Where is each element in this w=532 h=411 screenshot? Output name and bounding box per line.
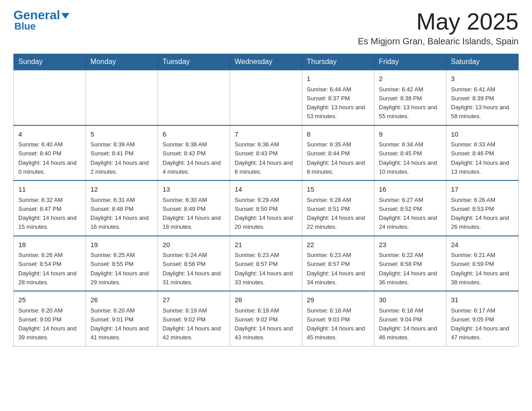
day-info: Sunrise: 6:38 AMSunset: 8:42 PMDaylight:… (163, 141, 221, 175)
logo-triangle-icon (61, 13, 69, 19)
table-row: 3Sunrise: 6:41 AMSunset: 8:39 PMDaylight… (446, 70, 519, 125)
table-row: 20Sunrise: 6:24 AMSunset: 8:56 PMDayligh… (158, 236, 230, 291)
day-number: 19 (90, 240, 153, 250)
day-info: Sunrise: 6:29 AMSunset: 8:50 PMDaylight:… (235, 197, 293, 231)
day-number: 8 (307, 129, 369, 140)
table-row: 5Sunrise: 6:39 AMSunset: 8:41 PMDaylight… (86, 125, 158, 181)
month-year-title: May 2025 (358, 9, 519, 34)
day-info: Sunrise: 6:28 AMSunset: 8:51 PMDaylight:… (307, 197, 365, 231)
table-row (86, 70, 158, 125)
day-info: Sunrise: 6:40 AMSunset: 8:40 PMDaylight:… (18, 141, 77, 175)
day-info: Sunrise: 6:20 AMSunset: 9:01 PMDaylight:… (90, 307, 149, 341)
day-number: 22 (307, 240, 369, 250)
day-number: 10 (451, 129, 514, 140)
header-tuesday: Tuesday (158, 54, 230, 70)
day-info: Sunrise: 6:22 AMSunset: 8:58 PMDaylight:… (379, 252, 437, 286)
table-row: 26Sunrise: 6:20 AMSunset: 9:01 PMDayligh… (86, 291, 158, 346)
day-number: 6 (163, 129, 225, 140)
table-row: 15Sunrise: 6:28 AMSunset: 8:51 PMDayligh… (302, 180, 374, 236)
table-row: 17Sunrise: 6:26 AMSunset: 8:53 PMDayligh… (446, 180, 519, 236)
day-number: 7 (235, 129, 297, 140)
day-number: 18 (18, 240, 81, 250)
header-sunday: Sunday (14, 54, 86, 70)
table-row (158, 70, 230, 125)
logo-general: General (13, 8, 60, 22)
day-info: Sunrise: 6:36 AMSunset: 8:43 PMDaylight:… (235, 141, 293, 175)
day-number: 3 (451, 74, 514, 84)
day-number: 27 (163, 295, 225, 305)
day-number: 29 (307, 295, 369, 305)
day-number: 30 (379, 295, 442, 305)
day-info: Sunrise: 6:24 AMSunset: 8:56 PMDaylight:… (163, 252, 221, 286)
header-saturday: Saturday (446, 54, 519, 70)
table-row: 23Sunrise: 6:22 AMSunset: 8:58 PMDayligh… (374, 236, 446, 291)
day-number: 12 (90, 184, 153, 195)
day-number: 28 (235, 295, 297, 305)
table-row: 27Sunrise: 6:19 AMSunset: 9:02 PMDayligh… (158, 291, 230, 346)
day-number: 1 (307, 74, 369, 84)
calendar-week-row: 1Sunrise: 6:44 AMSunset: 8:37 PMDaylight… (14, 70, 519, 125)
table-row (230, 70, 302, 125)
table-row: 18Sunrise: 6:26 AMSunset: 8:54 PMDayligh… (14, 236, 86, 291)
day-info: Sunrise: 6:18 AMSunset: 9:04 PMDaylight:… (379, 307, 437, 341)
day-info: Sunrise: 6:23 AMSunset: 8:57 PMDaylight:… (307, 252, 365, 286)
table-row: 8Sunrise: 6:35 AMSunset: 8:44 PMDaylight… (302, 125, 374, 181)
table-row: 13Sunrise: 6:30 AMSunset: 8:49 PMDayligh… (158, 180, 230, 236)
day-info: Sunrise: 6:32 AMSunset: 8:47 PMDaylight:… (18, 197, 77, 231)
table-row: 24Sunrise: 6:21 AMSunset: 8:59 PMDayligh… (446, 236, 519, 291)
day-number: 16 (379, 184, 442, 195)
day-info: Sunrise: 6:17 AMSunset: 9:05 PMDaylight:… (451, 307, 509, 341)
day-info: Sunrise: 6:26 AMSunset: 8:53 PMDaylight:… (451, 197, 509, 231)
header-monday: Monday (86, 54, 158, 70)
page-header: General Blue May 2025 Es Migjorn Gran, B… (13, 9, 519, 47)
day-info: Sunrise: 6:19 AMSunset: 9:02 PMDaylight:… (235, 307, 293, 341)
table-row: 21Sunrise: 6:23 AMSunset: 8:57 PMDayligh… (230, 236, 302, 291)
table-row: 16Sunrise: 6:27 AMSunset: 8:52 PMDayligh… (374, 180, 446, 236)
day-number: 23 (379, 240, 442, 250)
day-info: Sunrise: 6:39 AMSunset: 8:41 PMDaylight:… (90, 141, 149, 175)
day-number: 31 (451, 295, 514, 305)
table-row: 28Sunrise: 6:19 AMSunset: 9:02 PMDayligh… (230, 291, 302, 346)
day-info: Sunrise: 6:35 AMSunset: 8:44 PMDaylight:… (307, 141, 365, 175)
table-row: 31Sunrise: 6:17 AMSunset: 9:05 PMDayligh… (446, 291, 519, 346)
table-row: 6Sunrise: 6:38 AMSunset: 8:42 PMDaylight… (158, 125, 230, 181)
table-row (14, 70, 86, 125)
day-info: Sunrise: 6:18 AMSunset: 9:03 PMDaylight:… (307, 307, 365, 341)
day-number: 15 (307, 184, 369, 195)
day-info: Sunrise: 6:19 AMSunset: 9:02 PMDaylight:… (163, 307, 221, 341)
day-info: Sunrise: 6:42 AMSunset: 8:38 PMDaylight:… (379, 86, 437, 120)
day-info: Sunrise: 6:20 AMSunset: 9:00 PMDaylight:… (18, 307, 77, 341)
day-number: 21 (235, 240, 297, 250)
weekday-header-row: Sunday Monday Tuesday Wednesday Thursday… (14, 54, 519, 70)
table-row: 1Sunrise: 6:44 AMSunset: 8:37 PMDaylight… (302, 70, 374, 125)
location-subtitle: Es Migjorn Gran, Balearic Islands, Spain (358, 36, 519, 47)
day-number: 13 (163, 184, 225, 195)
day-number: 20 (163, 240, 225, 250)
title-block: May 2025 Es Migjorn Gran, Balearic Islan… (358, 9, 519, 47)
header-wednesday: Wednesday (230, 54, 302, 70)
day-info: Sunrise: 6:44 AMSunset: 8:37 PMDaylight:… (307, 86, 365, 120)
table-row: 19Sunrise: 6:25 AMSunset: 8:55 PMDayligh… (86, 236, 158, 291)
table-row: 9Sunrise: 6:34 AMSunset: 8:45 PMDaylight… (374, 125, 446, 181)
calendar-week-row: 18Sunrise: 6:26 AMSunset: 8:54 PMDayligh… (14, 236, 519, 291)
header-thursday: Thursday (302, 54, 374, 70)
day-number: 25 (18, 295, 81, 305)
table-row: 29Sunrise: 6:18 AMSunset: 9:03 PMDayligh… (302, 291, 374, 346)
day-number: 4 (18, 129, 81, 140)
table-row: 11Sunrise: 6:32 AMSunset: 8:47 PMDayligh… (14, 180, 86, 236)
day-info: Sunrise: 6:30 AMSunset: 8:49 PMDaylight:… (163, 197, 221, 231)
day-number: 14 (235, 184, 297, 195)
logo-blue: Blue (13, 21, 36, 32)
day-info: Sunrise: 6:26 AMSunset: 8:54 PMDaylight:… (18, 252, 77, 286)
table-row: 7Sunrise: 6:36 AMSunset: 8:43 PMDaylight… (230, 125, 302, 181)
day-info: Sunrise: 6:21 AMSunset: 8:59 PMDaylight:… (451, 252, 509, 286)
header-friday: Friday (374, 54, 446, 70)
table-row: 14Sunrise: 6:29 AMSunset: 8:50 PMDayligh… (230, 180, 302, 236)
table-row: 2Sunrise: 6:42 AMSunset: 8:38 PMDaylight… (374, 70, 446, 125)
day-number: 17 (451, 184, 514, 195)
day-info: Sunrise: 6:25 AMSunset: 8:55 PMDaylight:… (90, 252, 149, 286)
day-info: Sunrise: 6:33 AMSunset: 8:46 PMDaylight:… (451, 141, 509, 175)
day-number: 9 (379, 129, 442, 140)
day-info: Sunrise: 6:34 AMSunset: 8:45 PMDaylight:… (379, 141, 437, 175)
table-row: 12Sunrise: 6:31 AMSunset: 8:48 PMDayligh… (86, 180, 158, 236)
